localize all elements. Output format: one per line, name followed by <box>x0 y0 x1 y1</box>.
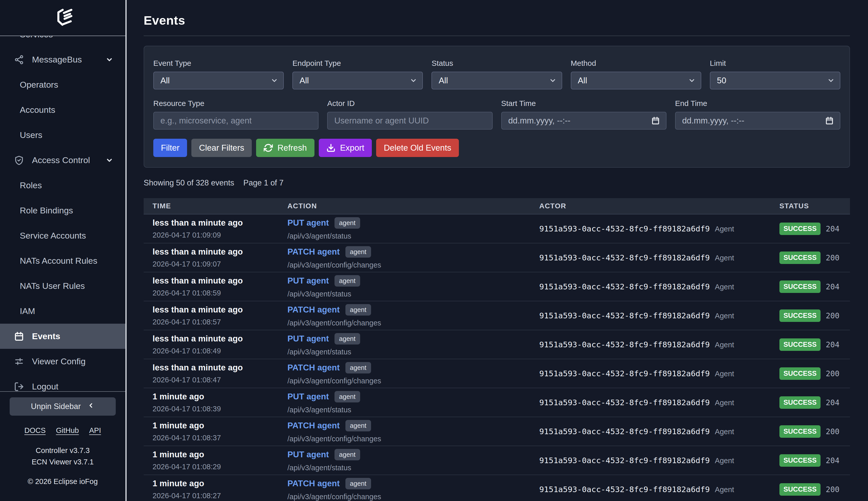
event-action-link[interactable]: PUT agent <box>287 334 329 343</box>
refresh-button[interactable]: Refresh <box>256 139 315 157</box>
sidebar-item-logout[interactable]: Logout <box>0 374 125 391</box>
table-row: 1 minute ago 2026-04-17 01:08:39 PUT age… <box>144 388 850 417</box>
event-path: /api/v3/agent/config/changes <box>287 435 530 443</box>
filter-actions: Filter Clear Filters Refresh Export Dele… <box>153 139 840 157</box>
endpoint-type-select[interactable]: All <box>293 72 423 89</box>
end-time-input[interactable] <box>675 112 840 130</box>
export-button[interactable]: Export <box>319 139 372 157</box>
limit-select[interactable]: 50 <box>710 72 840 89</box>
event-action-link[interactable]: PATCH agent <box>287 421 340 430</box>
sidebar-item-roles[interactable]: Roles <box>0 173 125 198</box>
filter-button[interactable]: Filter <box>153 139 187 157</box>
sidebar-item-messagebus[interactable]: MessageBus <box>0 47 125 72</box>
event-action-link[interactable]: PATCH agent <box>287 479 340 488</box>
event-action-link[interactable]: PATCH agent <box>287 363 340 372</box>
table-header: TIME ACTION ACTOR STATUS <box>144 198 850 214</box>
method-select[interactable]: All <box>571 72 701 89</box>
github-link[interactable]: GitHub <box>56 426 79 435</box>
actor-type-label: Agent <box>715 254 734 262</box>
chevron-down-icon <box>549 77 557 84</box>
sidebar-item-nats-account-rules[interactable]: NATs Account Rules <box>0 248 125 273</box>
sidebar-item-label: Events <box>32 331 61 341</box>
status-badge: SUCCESS <box>779 280 821 293</box>
sidebar-item-label: Logout <box>32 382 58 391</box>
sidebar-item-label: MessageBus <box>32 55 82 65</box>
version-info: Controller v3.7.3 ECN Viewer v3.7.1 <box>10 445 116 468</box>
sidebar-item-label: NATs Account Rules <box>20 256 98 266</box>
logout-icon <box>14 381 24 392</box>
status-code: 200 <box>826 253 839 262</box>
download-icon <box>326 143 336 152</box>
event-path: /api/v3/agent/config/changes <box>287 319 530 327</box>
table-row: less than a minute ago 2026-04-17 01:08:… <box>144 359 850 388</box>
status-badge: SUCCESS <box>779 309 821 322</box>
method-label: Method <box>571 59 701 67</box>
sidebar-item-viewer-config[interactable]: Viewer Config <box>0 349 125 374</box>
resource-type-input[interactable] <box>153 112 319 130</box>
event-action-link[interactable]: PATCH agent <box>287 305 340 315</box>
sidebar-item-access-control[interactable]: Access Control <box>0 148 125 173</box>
col-action: ACTION <box>279 202 530 210</box>
resource-chip: agent <box>345 478 371 489</box>
api-link[interactable]: API <box>89 426 101 435</box>
status-badge: SUCCESS <box>779 396 821 409</box>
sidebar-item-accounts[interactable]: Accounts <box>0 97 125 122</box>
event-type-value: All <box>161 76 170 85</box>
sidebar-item-iam[interactable]: IAM <box>0 299 125 324</box>
resource-type-label: Resource Type <box>153 99 319 108</box>
sidebar-item-services[interactable]: Services <box>0 36 125 47</box>
sidebar-item-role-bindings[interactable]: Role Bindings <box>0 198 125 223</box>
sidebar-footer: Unpin Sidebar DOCS GitHub API Controller… <box>0 391 125 501</box>
status-badge: SUCCESS <box>779 483 821 495</box>
filter-inputs-row: Resource Type Actor ID Start Time End Ti… <box>153 99 840 130</box>
actor-uuid: 9151a593-0acc-4532-8fc9-ff89182a6df9 <box>539 369 710 378</box>
status-label: Status <box>431 59 562 67</box>
clear-filters-button[interactable]: Clear Filters <box>191 139 252 157</box>
delete-old-events-button[interactable]: Delete Old Events <box>376 139 459 157</box>
event-action-link[interactable]: PUT agent <box>287 276 329 286</box>
status-select[interactable]: All <box>431 72 562 89</box>
sliders-icon <box>14 356 24 367</box>
table-body: less than a minute ago 2026-04-17 01:09:… <box>144 214 850 501</box>
status-badge: SUCCESS <box>779 223 821 235</box>
limit-field: Limit 50 <box>710 59 840 89</box>
copyright: © 2026 Eclipse ioFog <box>10 477 116 486</box>
sidebar-item-service-accounts[interactable]: Service Accounts <box>0 223 125 248</box>
unpin-sidebar-button[interactable]: Unpin Sidebar <box>10 397 116 416</box>
viewer-version: ECN Viewer v3.7.1 <box>10 456 116 468</box>
event-type-select[interactable]: All <box>153 72 284 89</box>
event-action-link[interactable]: PUT agent <box>287 450 329 459</box>
filter-panel: Event Type All Endpoint Type All Status … <box>144 46 850 168</box>
start-time-input[interactable] <box>501 112 667 130</box>
actor-type-label: Agent <box>715 398 734 407</box>
event-path: /api/v3/agent/status <box>287 348 530 356</box>
footer-links: DOCS GitHub API <box>10 426 116 435</box>
actor-type-label: Agent <box>715 428 734 436</box>
event-action-link[interactable]: PATCH agent <box>287 247 340 257</box>
event-timestamp: 2026-04-17 01:09:09 <box>153 231 279 239</box>
event-action-link[interactable]: PUT agent <box>287 218 329 228</box>
actor-id-input[interactable] <box>327 112 492 130</box>
event-timestamp: 2026-04-17 01:08:29 <box>153 463 279 471</box>
start-time-field: Start Time <box>501 99 667 130</box>
endpoint-type-value: All <box>299 76 309 85</box>
sidebar-item-nats-user-rules[interactable]: NATs User Rules <box>0 273 125 299</box>
event-path: /api/v3/agent/config/changes <box>287 493 530 501</box>
main-content: Events Event Type All Endpoint Type All … <box>127 0 868 501</box>
event-path: /api/v3/agent/status <box>287 463 530 472</box>
status-code: 200 <box>826 369 839 378</box>
sidebar-item-label: Access Control <box>32 155 90 165</box>
actor-type-label: Agent <box>715 457 734 465</box>
sidebar-item-users[interactable]: Users <box>0 122 125 148</box>
docs-link[interactable]: DOCS <box>24 426 46 435</box>
actor-id-field: Actor ID <box>327 99 492 130</box>
status-field: Status All <box>431 59 562 89</box>
sidebar-item-events[interactable]: Events <box>0 324 125 349</box>
sidebar-nav: Services MessageBus Operators Accounts U… <box>0 36 125 391</box>
sidebar-item-operators[interactable]: Operators <box>0 72 125 97</box>
start-time-label: Start Time <box>501 99 667 108</box>
col-time: TIME <box>144 202 279 210</box>
sidebar-item-label: Roles <box>20 180 42 190</box>
event-action-link[interactable]: PUT agent <box>287 392 329 402</box>
event-path: /api/v3/agent/status <box>287 232 530 240</box>
